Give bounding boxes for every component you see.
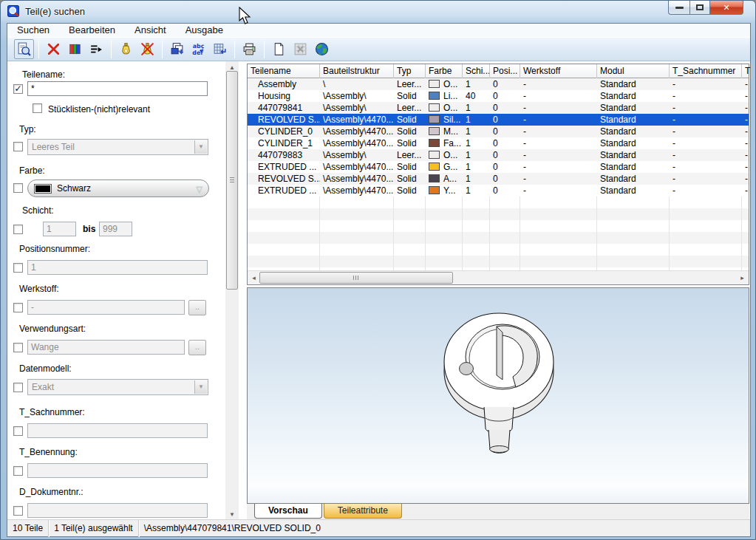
toolbar-separator: [264, 41, 265, 58]
color-swatch: [429, 127, 440, 135]
t-sachnummer-checkbox[interactable]: [13, 426, 23, 436]
column-header-werkstoff[interactable]: Werkstoff: [520, 64, 597, 78]
werkstoff-checkbox[interactable]: [13, 303, 23, 312]
cell-extra: -: [742, 161, 749, 173]
search-form-panel: Teilename: Stücklisten-(nicht)relevant T…: [7, 61, 225, 521]
verwendungsart-checkbox[interactable]: [13, 343, 23, 352]
table-row[interactable]: Housing\Assembly\SolidLi...400-Standard-…: [248, 90, 749, 102]
datenmodell-checkbox[interactable]: [13, 383, 23, 392]
farbe-checkbox[interactable]: [13, 183, 23, 193]
chevron-down-icon: ▼: [194, 380, 207, 394]
tab-teileattribute[interactable]: Teileattribute: [324, 504, 402, 519]
maximize-button[interactable]: [689, 1, 710, 15]
cell-posi: 0: [490, 114, 520, 126]
column-header-posi-[interactable]: Posi...: [490, 64, 520, 78]
cell-posi: 0: [490, 90, 520, 102]
delete-button[interactable]: [44, 39, 64, 59]
table-body: Assembly\Leer...O...10-Standard--Housing…: [248, 78, 749, 271]
schicht-checkbox[interactable]: [13, 225, 23, 234]
table-row[interactable]: CYLINDER_1\Assembly\4470...SolidFa...10-…: [248, 137, 749, 149]
stuecklisten-checkbox[interactable]: [33, 103, 42, 113]
d-dokumentnr-checkbox[interactable]: [13, 506, 23, 516]
farbe-combobox[interactable]: Schwarz ▽: [27, 180, 209, 197]
title-bar[interactable]: Teil(e) suchen ✕: [1, 1, 755, 23]
preview-3d-canvas: [247, 287, 749, 504]
cell-typ: Solid: [394, 90, 426, 102]
menu-ausgabe[interactable]: Ausgabe: [176, 24, 233, 37]
column-header-typ[interactable]: Typ: [394, 64, 426, 78]
column-header-farbe[interactable]: Farbe: [426, 64, 463, 78]
table-row[interactable]: Assembly\Leer...O...10-Standard--: [248, 78, 749, 90]
teilename-checkbox[interactable]: [13, 84, 23, 94]
tab-vorschau[interactable]: Vorschau: [254, 504, 322, 519]
color-swatch: [429, 151, 440, 159]
cell-extra: -: [742, 114, 749, 126]
table-row[interactable]: CYLINDER_0\Assembly\4470...SolidM...10-S…: [248, 126, 749, 137]
menu-bearbeiten[interactable]: Bearbeiten: [59, 24, 125, 37]
table-row[interactable]: 447079841\Assembly\Leer...O...10-Standar…: [248, 102, 749, 114]
close-button[interactable]: ✕: [710, 1, 743, 15]
cell-teilename: 447079883: [248, 149, 320, 161]
menu-ansicht[interactable]: Ansicht: [125, 24, 176, 37]
preview-panel: Vorschau Teileattribute: [247, 287, 749, 520]
cascade-button[interactable]: [167, 39, 187, 59]
table-insert-button[interactable]: [210, 39, 230, 59]
column-header-modul[interactable]: Modul: [597, 64, 670, 78]
verwendungsart-label: Verwendungsart:: [19, 324, 86, 334]
color-swatch: [429, 92, 440, 100]
cell-werkstoff: -: [520, 114, 597, 126]
horizontal-scroll-thumb[interactable]: [259, 272, 453, 284]
document-button[interactable]: [269, 39, 289, 59]
cell-posi: 0: [490, 185, 520, 196]
toolbar: abc def: [7, 37, 750, 61]
rename-button[interactable]: abc def: [188, 39, 208, 59]
positionsnummer-input: [27, 260, 208, 275]
scroll-left-arrow-icon[interactable]: ◂: [248, 271, 260, 284]
cell-farbe: Fa...: [426, 137, 463, 149]
column-header-schi-[interactable]: Schi...: [463, 64, 490, 78]
table-row[interactable]: EXTRUDED ...\Assembly\4470...SolidY...10…: [248, 185, 749, 196]
form-vertical-scrollbar[interactable]: ▲ ▼: [225, 61, 239, 521]
list-export-button[interactable]: [86, 39, 106, 59]
minimize-button[interactable]: [668, 1, 689, 15]
cell-farbe: M...: [426, 126, 463, 137]
scroll-right-arrow-icon[interactable]: ▸: [736, 271, 749, 284]
document-icon: [271, 41, 287, 57]
teilename-input[interactable]: [27, 81, 208, 96]
cell-schicht: 1: [463, 185, 490, 196]
search-parts-button[interactable]: [14, 39, 34, 59]
table-row[interactable]: REVOLVED S...\Assembly\4470...SolidA...1…: [248, 173, 749, 185]
lamp-delete-button[interactable]: [137, 39, 157, 59]
cell-typ: Solid: [394, 185, 426, 196]
positionsnummer-checkbox[interactable]: [13, 263, 23, 273]
colors-button[interactable]: [65, 39, 85, 59]
table-row[interactable]: 447079883\Assembly\Leer...O...10-Standar…: [248, 149, 749, 161]
table-horizontal-scrollbar[interactable]: ◂ ▸: [248, 270, 749, 284]
cell-schicht: 1: [463, 102, 490, 114]
app-icon: [7, 5, 20, 18]
column-header-teilename[interactable]: Teilename: [248, 64, 320, 78]
cell-schicht: 1: [463, 161, 490, 173]
print-button[interactable]: [239, 39, 259, 59]
cell-werkstoff: -: [520, 161, 597, 173]
lamp-button[interactable]: [116, 39, 136, 59]
typ-checkbox[interactable]: [13, 142, 23, 151]
cell-teilename: EXTRUDED ...: [248, 185, 320, 196]
part-3d-render: [248, 288, 749, 503]
column-header-t[interactable]: T: [742, 64, 752, 78]
cell-schicht: 1: [463, 114, 490, 126]
table-row[interactable]: REVOLVED S...\Assembly\4470...SolidSil..…: [248, 114, 749, 126]
column-header-t-sachnummer[interactable]: T_Sachnummer: [670, 64, 742, 78]
column-header-bauteilstruktur[interactable]: Bauteilstruktur: [320, 64, 394, 78]
table-row[interactable]: EXTRUDED ...\Assembly\4470...SolidG...10…: [248, 161, 749, 173]
positionsnummer-label: Positionsnummer:: [19, 244, 90, 254]
t-benennung-label: T_Benennung:: [19, 447, 78, 457]
menu-suchen[interactable]: Suchen: [7, 24, 59, 37]
cell-teilename: CYLINDER_1: [248, 137, 320, 149]
vertical-scroll-thumb[interactable]: [226, 71, 238, 290]
cell-extra: -: [742, 90, 749, 102]
t-benennung-checkbox[interactable]: [13, 466, 23, 476]
toolbar-separator: [111, 41, 112, 58]
cell-werkstoff: -: [520, 149, 597, 161]
globe-button[interactable]: [312, 39, 332, 59]
